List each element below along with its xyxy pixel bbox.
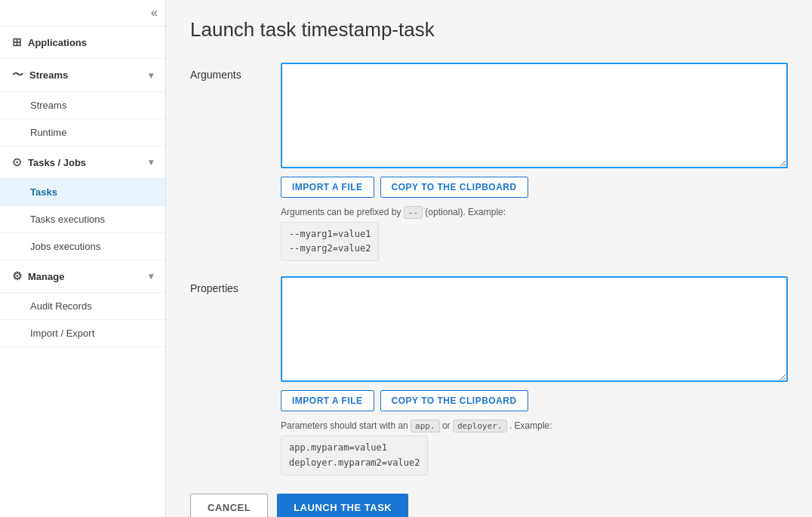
arguments-row: Arguments IMPORT A FILE COPY TO THE CLIP…: [190, 63, 788, 261]
sidebar-group-streams-label: Streams: [29, 69, 149, 81]
arguments-textarea[interactable]: [281, 63, 788, 168]
manage-icon: ⚙: [12, 269, 22, 283]
sidebar-section-tasks-jobs: ⊙ Tasks / Jobs ▾ Tasks Tasks executions …: [0, 146, 165, 260]
properties-label: Properties: [190, 276, 281, 294]
properties-textarea[interactable]: [281, 276, 788, 382]
main-content: Launch task timestamp-task Arguments IMP…: [166, 0, 812, 517]
properties-btn-row: IMPORT A FILE COPY TO THE CLIPBOARD: [281, 390, 788, 411]
arguments-example: --myarg1=value1 --myarg2=value2: [281, 222, 379, 261]
launch-task-button[interactable]: LAUNCH THE TASK: [277, 494, 408, 517]
arguments-copy-button[interactable]: COPY TO THE CLIPBOARD: [380, 177, 528, 198]
sidebar-item-import-export[interactable]: Import / Export: [0, 320, 165, 347]
collapse-sidebar-icon[interactable]: «: [151, 6, 158, 20]
tasks-jobs-chevron-icon: ▾: [149, 157, 153, 168]
arguments-hint: Arguments can be prefixed by -- (optiona…: [281, 207, 788, 217]
sidebar-section-applications: ⊞ Applications: [0, 26, 165, 59]
arguments-import-button[interactable]: IMPORT A FILE: [281, 177, 374, 198]
cancel-button[interactable]: CANCEL: [190, 494, 268, 517]
sidebar-group-manage[interactable]: ⚙ Manage ▾: [0, 260, 165, 293]
applications-icon: ⊞: [12, 35, 22, 49]
properties-hint: Parameters should start with an app. or …: [281, 420, 788, 431]
action-row: CANCEL LAUNCH THE TASK: [190, 494, 788, 517]
sidebar-group-tasks-jobs[interactable]: ⊙ Tasks / Jobs ▾: [0, 146, 165, 179]
arguments-label: Arguments: [190, 63, 281, 81]
sidebar-item-tasks[interactable]: Tasks: [0, 179, 165, 206]
sidebar-section-streams: 〜 Streams ▾ Streams Runtime: [0, 59, 165, 146]
sidebar: « ⊞ Applications 〜 Streams ▾ Streams Run…: [0, 0, 166, 517]
sidebar-group-applications[interactable]: ⊞ Applications: [0, 26, 165, 59]
sidebar-item-runtime[interactable]: Runtime: [0, 119, 165, 146]
sidebar-header: «: [0, 0, 165, 26]
sidebar-group-applications-label: Applications: [28, 37, 153, 48]
properties-hint-code1: app.: [411, 420, 440, 432]
properties-import-button[interactable]: IMPORT A FILE: [281, 390, 374, 411]
arguments-hint-code: --: [404, 206, 423, 219]
sidebar-group-manage-label: Manage: [28, 271, 149, 282]
streams-chevron-icon: ▾: [149, 70, 153, 81]
properties-copy-button[interactable]: COPY TO THE CLIPBOARD: [380, 390, 528, 411]
properties-field: IMPORT A FILE COPY TO THE CLIPBOARD Para…: [281, 276, 788, 475]
sidebar-group-streams[interactable]: 〜 Streams ▾: [0, 59, 165, 92]
arguments-btn-row: IMPORT A FILE COPY TO THE CLIPBOARD: [281, 177, 788, 198]
sidebar-group-tasks-jobs-label: Tasks / Jobs: [28, 157, 149, 168]
sidebar-item-audit-records[interactable]: Audit Records: [0, 293, 165, 320]
sidebar-item-tasks-executions[interactable]: Tasks executions: [0, 206, 165, 233]
properties-example: app.myparam=value1 deployer.myparam2=val…: [281, 435, 428, 475]
page-title: Launch task timestamp-task: [190, 18, 788, 42]
arguments-field: IMPORT A FILE COPY TO THE CLIPBOARD Argu…: [281, 63, 788, 261]
streams-icon: 〜: [12, 68, 23, 82]
sidebar-section-manage: ⚙ Manage ▾ Audit Records Import / Export: [0, 260, 165, 347]
sidebar-item-streams[interactable]: Streams: [0, 92, 165, 119]
tasks-jobs-icon: ⊙: [12, 155, 22, 169]
properties-row: Properties IMPORT A FILE COPY TO THE CLI…: [190, 276, 788, 475]
sidebar-item-jobs-executions[interactable]: Jobs executions: [0, 233, 165, 260]
properties-hint-code2: deployer.: [453, 420, 507, 432]
manage-chevron-icon: ▾: [149, 271, 153, 282]
